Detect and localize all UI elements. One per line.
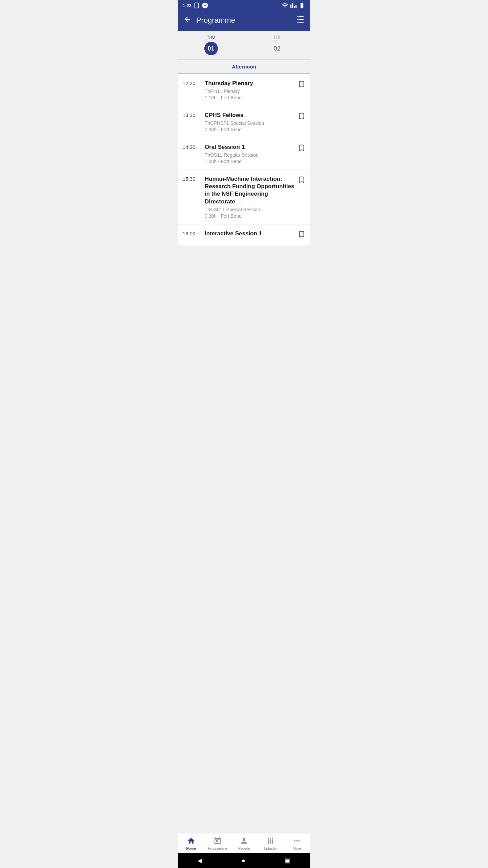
title-3: Human-Machine Interaction: Research Fund…: [205, 175, 294, 205]
nav-more-label: More: [292, 846, 301, 850]
title-1: CPHS Fellows: [205, 112, 294, 119]
day-fri-number: 02: [270, 42, 284, 55]
time-1: 13:30: [183, 112, 201, 118]
status-right: [282, 2, 305, 9]
nav-industry[interactable]: Industry: [257, 833, 284, 853]
subtitle-3: ThNSF11 Special Session: [205, 207, 294, 212]
nav-home-label: Home: [186, 846, 196, 850]
content-3: Human-Machine Interaction: Research Fund…: [201, 175, 298, 218]
bookmark-4[interactable]: [298, 230, 305, 240]
android-home[interactable]: ●: [242, 857, 245, 864]
day-thu-label: THU: [207, 35, 215, 40]
meta-0: 1:10h - Fort Bend: [205, 95, 294, 100]
schedule-item-1[interactable]: 13:30 CPHS Fellows ThCPHSF1 Special Sess…: [178, 106, 310, 138]
content-4: Interactive Session 1: [201, 230, 298, 239]
schedule-item-3[interactable]: 15:30 Human-Machine Interaction: Researc…: [178, 170, 310, 224]
bookmark-1[interactable]: [298, 112, 305, 122]
title-4: Interactive Session 1: [205, 230, 294, 237]
time-3: 15:30: [183, 175, 201, 182]
status-time: 1:22: [183, 3, 191, 8]
battery-icon: [299, 2, 305, 9]
schedule-item-2[interactable]: 14:30 Oral Session 1 ThOS11 Regular Sess…: [178, 138, 310, 170]
no-entry-icon: [202, 2, 208, 9]
section-header: Afternoon: [178, 60, 310, 74]
subtitle-1: ThCPHSF1 Special Session: [205, 120, 294, 126]
subtitle-0: ThPln11 Plenary: [205, 88, 294, 94]
schedule-list: 12:20 Thursday Plenary ThPln11 Plenary 1…: [178, 74, 310, 245]
signal-icon: [290, 2, 297, 9]
meta-3: 0:30h - Fort Bend: [205, 213, 294, 219]
bottom-nav: Home Programme People Industry More: [178, 833, 310, 853]
back-button[interactable]: [183, 15, 191, 25]
status-left: 1:22: [183, 2, 208, 9]
android-back[interactable]: ◀: [198, 857, 202, 864]
wifi-icon: [282, 2, 288, 9]
schedule-item-4[interactable]: 16:00 Interactive Session 1: [178, 224, 310, 245]
meta-2: 1:00h - Fort Bend: [205, 159, 294, 164]
bookmark-2[interactable]: [298, 143, 305, 154]
bookmark-3[interactable]: [298, 175, 305, 185]
time-2: 14:30: [183, 143, 201, 150]
android-recent[interactable]: ▣: [285, 857, 290, 864]
nav-home[interactable]: Home: [178, 833, 204, 853]
title-0: Thursday Plenary: [205, 80, 294, 87]
meta-1: 0:30h - Fort Bend: [205, 127, 294, 132]
sim-card-icon: [193, 2, 200, 9]
content-0: Thursday Plenary ThPln11 Plenary 1:10h -…: [201, 80, 298, 100]
title-2: Oral Session 1: [205, 143, 294, 151]
day-thu-number: 01: [204, 42, 218, 55]
content-2: Oral Session 1 ThOS11 Regular Session 1:…: [201, 143, 298, 164]
page-title: Programme: [196, 16, 235, 25]
subtitle-2: ThOS11 Regular Session: [205, 152, 294, 158]
day-fri[interactable]: FRI 02: [244, 35, 310, 59]
nav-more[interactable]: More: [284, 833, 310, 853]
header: Programme: [178, 11, 310, 31]
header-left: Programme: [183, 15, 235, 25]
day-selector: THU 01 FRI 02: [178, 31, 310, 60]
filter-button[interactable]: [296, 15, 305, 25]
time-4: 16:00: [183, 230, 201, 236]
nav-people-label: People: [238, 846, 250, 850]
bookmark-0[interactable]: [298, 80, 305, 90]
day-thu[interactable]: THU 01: [178, 35, 244, 59]
nav-programme[interactable]: Programme: [204, 833, 231, 853]
nav-people[interactable]: People: [231, 833, 257, 853]
status-bar: 1:22: [178, 0, 310, 11]
day-fri-label: FRI: [274, 35, 280, 40]
schedule-item-0[interactable]: 12:20 Thursday Plenary ThPln11 Plenary 1…: [178, 74, 310, 106]
android-nav: ◀ ● ▣: [178, 853, 310, 868]
content-1: CPHS Fellows ThCPHSF1 Special Session 0:…: [201, 112, 298, 132]
time-0: 12:20: [183, 80, 201, 86]
nav-industry-label: Industry: [264, 846, 277, 850]
nav-programme-label: Programme: [208, 846, 227, 850]
